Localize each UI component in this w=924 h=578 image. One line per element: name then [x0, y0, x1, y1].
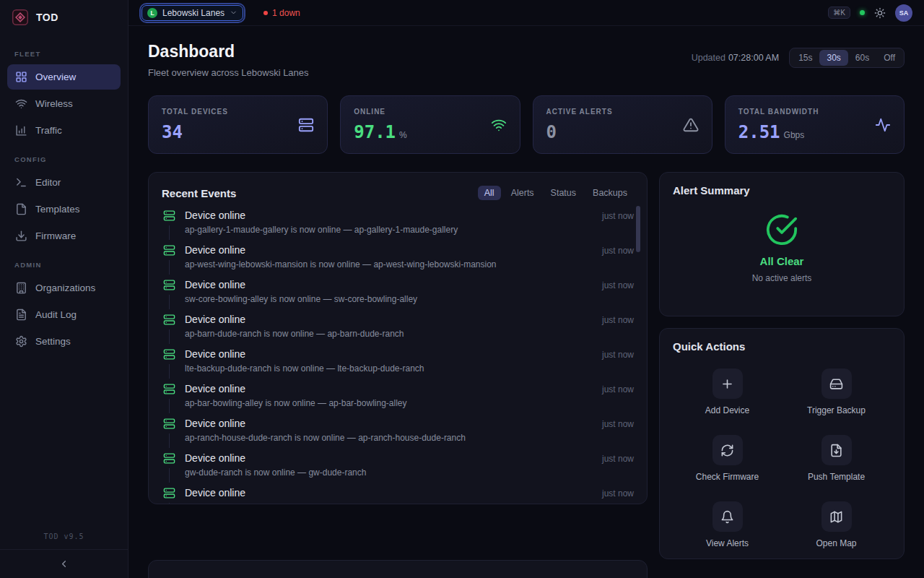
- server-icon: [163, 383, 175, 395]
- quick-actions-grid: Add Device Trigger Backup Check Firmware: [673, 368, 891, 548]
- check-firmware-action[interactable]: Check Firmware: [673, 435, 782, 482]
- event-detail: lte-backup-dude-ranch is now online — lt…: [185, 363, 593, 374]
- event-rail: [162, 210, 176, 240]
- event-title: Device online: [185, 314, 593, 325]
- org-selector[interactable]: L Lebowski Lanes: [141, 5, 243, 21]
- tab-all[interactable]: All: [478, 186, 501, 200]
- recent-events-panel: Recent Events All Alerts Status Backups: [148, 172, 648, 504]
- tab-backups[interactable]: Backups: [586, 186, 634, 200]
- down-alert-label: 1 down: [272, 8, 300, 18]
- sidebar-item-label: Firmware: [35, 230, 76, 241]
- sun-icon: [874, 7, 886, 19]
- event-row[interactable]: Device online just now: [162, 483, 634, 504]
- event-title: Device online: [185, 487, 593, 499]
- server-icon: [163, 244, 175, 256]
- event-detail: ap-gallery-1-maude-gallery is now online…: [185, 225, 593, 235]
- event-row[interactable]: Device online gw-dude-ranch is now onlin…: [162, 448, 634, 483]
- sidebar-item-settings[interactable]: Settings: [7, 329, 121, 354]
- stat-card-total-bandwidth: TOTAL BANDWIDTH 2.51 Gbps: [725, 95, 905, 154]
- event-row[interactable]: Device online ap-gallery-1-maude-gallery…: [162, 205, 634, 240]
- sidebar-item-traffic[interactable]: Traffic: [7, 118, 121, 143]
- event-row[interactable]: Device online ap-ranch-house-dude-ranch …: [162, 413, 634, 448]
- avatar[interactable]: SA: [895, 4, 912, 22]
- wifi-icon: [15, 98, 27, 110]
- stat-label: TOTAL BANDWIDTH: [738, 108, 819, 116]
- event-title: Device online: [185, 348, 593, 360]
- stat-label: TOTAL DEVICES: [162, 108, 228, 116]
- nav-section-config: CONFIG: [0, 144, 128, 168]
- events-scrollbar[interactable]: [636, 206, 640, 252]
- sidebar-nav: FLEET Overview Wireless Traffic CONFIG E…: [0, 35, 128, 525]
- event-time: just now: [602, 452, 634, 483]
- left-column: Recent Events All Alerts Status Backups: [148, 172, 648, 578]
- sidebar-item-audit-log[interactable]: Audit Log: [7, 302, 121, 327]
- trigger-backup-action[interactable]: Trigger Backup: [782, 368, 891, 415]
- event-rail: [162, 418, 176, 448]
- event-row[interactable]: Device online ap-bar-bowling-alley is no…: [162, 379, 634, 413]
- sidebar-item-organizations[interactable]: Organizations: [7, 275, 121, 301]
- event-title: Device online: [185, 383, 593, 394]
- server-icon: [163, 452, 175, 465]
- event-body: Device online lte-backup-dude-ranch is n…: [185, 348, 593, 379]
- event-body: Device online ap-bar-bowling-alley is no…: [185, 383, 593, 413]
- event-time: just now: [602, 210, 634, 240]
- theme-toggle-button[interactable]: [874, 7, 886, 19]
- view-alerts-action[interactable]: View Alerts: [673, 501, 782, 548]
- timeline-connector: [169, 468, 170, 483]
- push-template-action[interactable]: Push Template: [782, 435, 891, 482]
- event-row[interactable]: Device online ap-west-wing-lebowski-mans…: [162, 240, 634, 275]
- event-rail: [162, 383, 176, 413]
- refresh-15s-button[interactable]: 15s: [791, 50, 819, 66]
- events-list: Device online ap-gallery-1-maude-gallery…: [162, 205, 634, 504]
- refresh-off-button[interactable]: Off: [876, 50, 902, 66]
- refresh-interval-control: 15s 30s 60s Off: [789, 48, 905, 68]
- event-detail: ap-ranch-house-dude-ranch is now online …: [185, 433, 593, 443]
- sidebar-collapse-button[interactable]: [0, 549, 128, 578]
- event-rail: [162, 348, 176, 379]
- updated-timestamp: Updated07:28:00 AM: [692, 53, 779, 63]
- app-logo: TOD: [0, 0, 128, 35]
- chevron-down-icon: [230, 9, 237, 17]
- server-icon: [163, 348, 175, 361]
- tab-alerts[interactable]: Alerts: [505, 186, 541, 200]
- file-icon: [15, 203, 27, 215]
- sidebar-item-label: Settings: [35, 336, 71, 347]
- stat-unit: %: [399, 130, 407, 140]
- add-device-action[interactable]: Add Device: [673, 368, 782, 415]
- event-row[interactable]: Device online lte-backup-dude-ranch is n…: [162, 344, 634, 379]
- command-palette-shortcut[interactable]: ⌘K: [828, 7, 850, 19]
- timeline-connector: [169, 364, 170, 379]
- refresh-30s-button[interactable]: 30s: [819, 50, 847, 66]
- bell-icon: [712, 501, 743, 532]
- event-title: Device online: [185, 279, 593, 290]
- event-body: Device online gw-dude-ranch is now onlin…: [185, 452, 593, 483]
- stat-label: ACTIVE ALERTS: [546, 108, 613, 116]
- server-icon: [163, 314, 175, 326]
- stat-label: ONLINE: [354, 108, 406, 116]
- event-time: just now: [602, 383, 634, 413]
- timeline-connector: [169, 260, 170, 275]
- building-icon: [15, 282, 27, 294]
- down-alert[interactable]: 1 down: [263, 8, 300, 18]
- tab-status[interactable]: Status: [544, 186, 583, 200]
- activity-icon: [875, 117, 891, 133]
- sidebar-item-wireless[interactable]: Wireless: [7, 91, 121, 116]
- server-icon: [298, 117, 314, 133]
- refresh-60s-button[interactable]: 60s: [848, 50, 876, 66]
- quick-actions-panel: Quick Actions Add Device Trigger Backup: [659, 328, 905, 559]
- sidebar-item-editor[interactable]: Editor: [7, 170, 121, 195]
- recent-events-title: Recent Events: [162, 187, 236, 199]
- sidebar: TOD FLEET Overview Wireless Traffic CONF…: [0, 0, 128, 578]
- sidebar-item-overview[interactable]: Overview: [7, 64, 121, 90]
- stat-card-total-devices: TOTAL DEVICES 34: [148, 95, 328, 154]
- event-detail: ap-west-wing-lebowski-mansion is now onl…: [185, 259, 593, 269]
- stat-value: 2.51: [738, 122, 780, 142]
- open-map-action[interactable]: Open Map: [782, 501, 891, 548]
- page-subtitle: Fleet overview across Lebowski Lanes: [148, 67, 309, 78]
- sidebar-item-firmware[interactable]: Firmware: [7, 223, 121, 249]
- event-time: just now: [602, 348, 634, 379]
- sidebar-item-templates[interactable]: Templates: [7, 197, 121, 222]
- plus-icon: [712, 368, 743, 399]
- event-row[interactable]: Device online sw-core-bowling-alley is n…: [162, 275, 634, 309]
- event-row[interactable]: Device online ap-barn-dude-ranch is now …: [162, 309, 634, 344]
